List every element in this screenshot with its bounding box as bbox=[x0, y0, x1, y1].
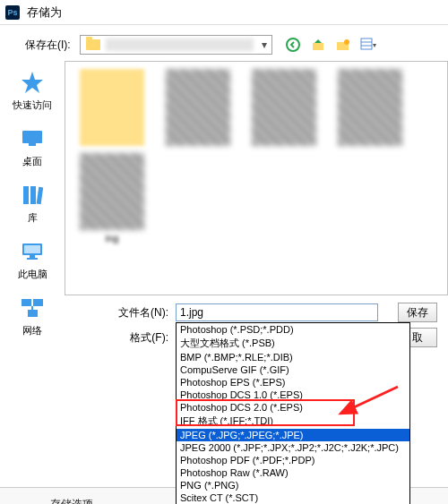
file-item[interactable] bbox=[159, 69, 237, 146]
svg-rect-11 bbox=[37, 187, 44, 205]
desktop-icon bbox=[18, 124, 47, 153]
svg-rect-17 bbox=[33, 299, 43, 306]
svg-rect-10 bbox=[30, 186, 36, 204]
format-dropdown-list[interactable]: Photoshop (*.PSD;*.PDD)大型文档格式 (*.PSB)BMP… bbox=[176, 322, 410, 504]
titlebar: Ps 存储为 bbox=[0, 0, 448, 25]
sidebar-item-quickaccess[interactable]: 快速访问 bbox=[13, 68, 52, 112]
format-option[interactable]: JPEG (*.JPG;*.JPEG;*.JPE) bbox=[177, 429, 409, 441]
format-label: 格式(F): bbox=[106, 330, 168, 346]
view-menu-icon[interactable]: ▾ bbox=[360, 37, 376, 53]
filename-input[interactable] bbox=[176, 303, 378, 321]
sidebar-item-label: 此电脑 bbox=[18, 268, 47, 281]
chevron-down-icon[interactable]: ▾ bbox=[257, 36, 271, 54]
svg-rect-18 bbox=[28, 310, 38, 317]
file-list[interactable]: ing bbox=[65, 61, 448, 295]
save-button[interactable]: 保存 bbox=[398, 303, 437, 322]
format-option[interactable]: IFF 格式 (*.IFF;*.TDI) bbox=[177, 414, 409, 429]
svg-rect-1 bbox=[313, 43, 323, 50]
format-option[interactable]: Photoshop (*.PSD;*.PDD) bbox=[177, 323, 409, 336]
photoshop-icon: Ps bbox=[5, 5, 20, 20]
network-icon bbox=[18, 294, 47, 322]
format-option[interactable]: CompuServe GIF (*.GIF) bbox=[177, 363, 409, 376]
svg-point-0 bbox=[287, 38, 299, 51]
svg-rect-15 bbox=[27, 258, 38, 260]
format-option[interactable]: Photoshop EPS (*.EPS) bbox=[177, 376, 409, 389]
file-label: ing bbox=[106, 233, 119, 243]
file-item[interactable]: ing bbox=[73, 153, 151, 243]
sidebar-item-label: 桌面 bbox=[22, 155, 42, 168]
file-item[interactable] bbox=[331, 69, 409, 146]
quickaccess-icon bbox=[18, 68, 47, 97]
format-option[interactable]: JPEG 2000 (*.JPF;*.JPX;*.JP2;*.J2C;*.J2K… bbox=[177, 441, 409, 454]
folder-item[interactable] bbox=[73, 69, 151, 146]
file-item[interactable] bbox=[245, 69, 323, 146]
format-option[interactable]: Photoshop DCS 1.0 (*.EPS) bbox=[177, 389, 409, 401]
sidebar-item-network[interactable]: 网络 bbox=[18, 294, 47, 337]
back-icon[interactable] bbox=[285, 37, 301, 53]
format-option[interactable]: PNG (*.PNG) bbox=[177, 479, 409, 491]
format-option[interactable]: Photoshop PDF (*.PDF;*.PDP) bbox=[177, 454, 409, 466]
format-option[interactable]: Photoshop DCS 2.0 (*.EPS) bbox=[177, 401, 409, 414]
computer-icon bbox=[18, 237, 47, 266]
svg-rect-9 bbox=[23, 186, 29, 204]
format-option[interactable]: 大型文档格式 (*.PSB) bbox=[177, 336, 409, 351]
window-title: 存储为 bbox=[27, 4, 62, 21]
save-in-label: 保存在(I): bbox=[25, 38, 71, 53]
format-option[interactable]: Photoshop Raw (*.RAW) bbox=[177, 466, 409, 479]
svg-rect-14 bbox=[30, 255, 35, 258]
places-sidebar: 快速访问 桌面 库 此电脑 网络 bbox=[0, 61, 65, 295]
sidebar-item-desktop[interactable]: 桌面 bbox=[18, 124, 47, 168]
sidebar-item-thispc[interactable]: 此电脑 bbox=[18, 237, 47, 281]
location-toolbar: 保存在(I): ▾ ▾ bbox=[0, 29, 448, 61]
libraries-icon bbox=[18, 181, 47, 209]
sidebar-item-label: 快速访问 bbox=[13, 98, 52, 112]
format-option[interactable]: BMP (*.BMP;*.RLE;*.DIB) bbox=[177, 351, 409, 363]
new-folder-icon[interactable] bbox=[335, 37, 351, 53]
folder-icon bbox=[86, 39, 100, 50]
svg-point-3 bbox=[344, 39, 349, 45]
format-option[interactable]: Scitex CT (*.SCT) bbox=[177, 491, 409, 504]
svg-rect-13 bbox=[24, 245, 40, 253]
up-icon[interactable] bbox=[310, 37, 326, 53]
sidebar-item-label: 库 bbox=[28, 211, 38, 225]
sidebar-item-libraries[interactable]: 库 bbox=[18, 181, 47, 225]
filename-label: 文件名(N): bbox=[106, 305, 168, 320]
sidebar-item-label: 网络 bbox=[22, 324, 42, 337]
svg-rect-16 bbox=[22, 299, 31, 306]
svg-rect-7 bbox=[22, 131, 42, 143]
location-path bbox=[106, 38, 254, 51]
svg-rect-4 bbox=[361, 38, 372, 49]
svg-rect-8 bbox=[29, 143, 36, 146]
location-combo[interactable]: ▾ bbox=[80, 35, 272, 55]
